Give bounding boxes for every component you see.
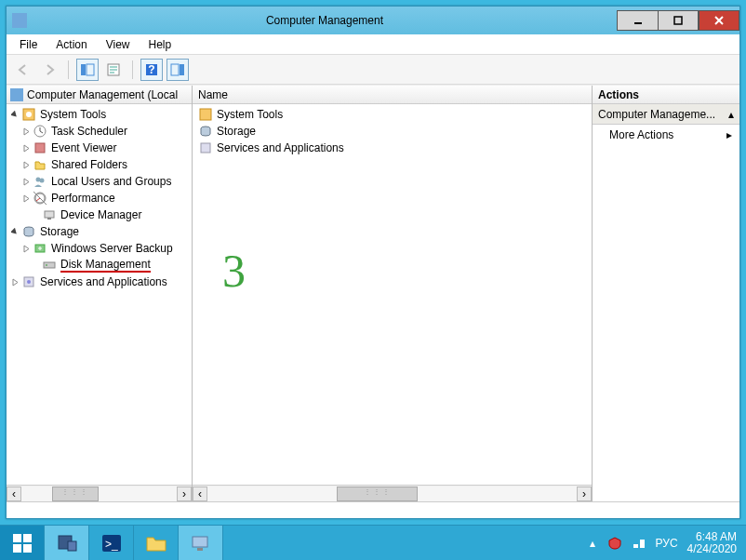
- svg-rect-5: [87, 64, 94, 75]
- tree-horizontal-scrollbar[interactable]: ‹ ⋮⋮⋮ ›: [7, 485, 192, 501]
- scroll-right-button[interactable]: ›: [577, 487, 592, 501]
- svg-point-12: [26, 112, 32, 117]
- menu-view[interactable]: View: [99, 36, 138, 53]
- task-file-explorer[interactable]: [134, 526, 179, 560]
- svg-rect-35: [23, 544, 32, 553]
- tree-node-task-scheduler[interactable]: Task Scheduler: [8, 123, 192, 140]
- actions-section[interactable]: Computer Manageme... ▴: [593, 104, 739, 125]
- system-tools-icon: [21, 107, 36, 122]
- menu-help[interactable]: Help: [141, 36, 180, 53]
- actions-section-label: Computer Manageme...: [598, 108, 715, 121]
- menu-action[interactable]: Action: [48, 36, 94, 53]
- computer-management-icon: [190, 532, 212, 554]
- list-item-storage[interactable]: Storage: [193, 123, 592, 140]
- task-server-manager[interactable]: [45, 526, 89, 560]
- input-language-indicator[interactable]: РУС: [656, 537, 678, 550]
- chevron-right-icon: ▸: [726, 128, 732, 141]
- tree-node-local-users[interactable]: Local Users and Groups: [8, 173, 192, 190]
- toolbar-separator: [68, 60, 69, 79]
- tree-node-disk-management[interactable]: Disk Management: [8, 257, 192, 273]
- clock-date: 4/24/2020: [687, 543, 737, 555]
- svg-rect-9: [171, 64, 179, 75]
- tree-label: Performance: [51, 192, 115, 205]
- expander-icon[interactable]: [21, 244, 31, 253]
- show-hide-tree-button[interactable]: [76, 59, 99, 81]
- chevron-right-icon: ›: [582, 487, 586, 500]
- scroll-track[interactable]: ⋮⋮⋮: [21, 487, 177, 501]
- network-tray-icon[interactable]: [632, 536, 646, 551]
- forward-button: [38, 59, 60, 81]
- show-hide-action-pane-button[interactable]: [167, 59, 189, 81]
- scroll-thumb[interactable]: ⋮⋮⋮: [52, 487, 99, 501]
- svg-rect-29: [200, 109, 211, 120]
- tree-node-performance[interactable]: Performance: [8, 190, 192, 207]
- titlebar[interactable]: Computer Management: [7, 7, 739, 34]
- expander-icon[interactable]: [21, 160, 31, 169]
- performance-icon: [33, 191, 47, 206]
- taskbar-clock[interactable]: 6:48 AM 4/24/2020: [687, 531, 737, 555]
- chevron-up-icon: ▴: [728, 108, 734, 121]
- chevron-right-icon: ›: [182, 487, 186, 500]
- list-item-label: Storage: [217, 125, 256, 138]
- list-item-system-tools[interactable]: System Tools: [193, 106, 592, 123]
- tree-node-device-manager[interactable]: Device Manager: [8, 207, 192, 223]
- svg-point-26: [46, 264, 47, 266]
- expander-icon[interactable]: [21, 193, 31, 203]
- svg-rect-22: [47, 218, 51, 220]
- svg-rect-33: [23, 534, 32, 542]
- list-pane: Name System Tools Storage Services and A…: [193, 86, 593, 501]
- start-button[interactable]: [0, 526, 45, 560]
- properties-button[interactable]: [102, 59, 125, 81]
- tree-node-storage[interactable]: Storage: [8, 223, 192, 240]
- expander-icon[interactable]: [21, 143, 31, 153]
- tree-node-windows-server-backup[interactable]: Windows Server Backup: [8, 240, 192, 257]
- list-item-services-apps[interactable]: Services and Applications: [193, 140, 592, 156]
- tree-root-header[interactable]: Computer Management (Local: [7, 86, 192, 104]
- expander-icon[interactable]: [10, 110, 20, 119]
- column-name-label: Name: [198, 88, 228, 101]
- list-column-header[interactable]: Name: [193, 86, 592, 104]
- tree-node-shared-folders[interactable]: Shared Folders: [8, 156, 192, 173]
- svg-rect-42: [633, 544, 638, 548]
- close-button[interactable]: [699, 10, 739, 31]
- task-computer-management[interactable]: [179, 526, 223, 560]
- expander-icon[interactable]: [10, 277, 20, 287]
- svg-point-28: [27, 280, 31, 284]
- action-pane-icon: [170, 62, 185, 77]
- svg-rect-25: [44, 262, 55, 268]
- expander-icon[interactable]: [21, 177, 31, 186]
- scroll-track[interactable]: ⋮⋮⋮: [207, 487, 577, 501]
- tree-node-system-tools[interactable]: System Tools: [8, 106, 192, 123]
- task-powershell[interactable]: >_: [89, 526, 134, 560]
- minimize-icon: [633, 15, 644, 26]
- scroll-thumb[interactable]: ⋮⋮⋮: [337, 487, 418, 501]
- svg-text:?: ?: [148, 63, 154, 76]
- storage-icon: [198, 124, 213, 139]
- tree-label: Local Users and Groups: [51, 175, 171, 188]
- expander-icon[interactable]: [21, 127, 31, 136]
- powershell-icon: >_: [100, 532, 123, 554]
- tree-node-services-apps[interactable]: Services and Applications: [8, 273, 192, 290]
- scroll-left-button[interactable]: ‹: [193, 487, 207, 501]
- help-button[interactable]: ?: [140, 59, 163, 81]
- svg-rect-1: [674, 17, 682, 24]
- minimize-button[interactable]: [617, 10, 658, 31]
- actions-item-label: More Actions: [609, 128, 673, 141]
- menu-file[interactable]: File: [12, 36, 45, 53]
- folder-icon: [145, 532, 167, 554]
- arrow-right-icon: [42, 62, 57, 77]
- expander-icon[interactable]: [10, 227, 20, 236]
- maximize-button[interactable]: [658, 10, 699, 31]
- tree-node-event-viewer[interactable]: Event Viewer: [8, 140, 192, 156]
- svg-rect-34: [13, 544, 21, 553]
- scroll-left-button[interactable]: ‹: [7, 487, 21, 501]
- tree-pane: Computer Management (Local System Tools …: [7, 86, 193, 501]
- list-horizontal-scrollbar[interactable]: ‹ ⋮⋮⋮ ›: [193, 485, 592, 501]
- list-item-label: Services and Applications: [217, 141, 344, 154]
- svg-rect-43: [640, 540, 645, 548]
- tray-show-hidden-icons[interactable]: ▴: [587, 537, 598, 550]
- actions-more-actions[interactable]: More Actions ▸: [593, 125, 739, 145]
- scroll-right-button[interactable]: ›: [177, 487, 192, 501]
- security-tray-icon[interactable]: [607, 536, 622, 551]
- chevron-left-icon: ‹: [198, 487, 202, 500]
